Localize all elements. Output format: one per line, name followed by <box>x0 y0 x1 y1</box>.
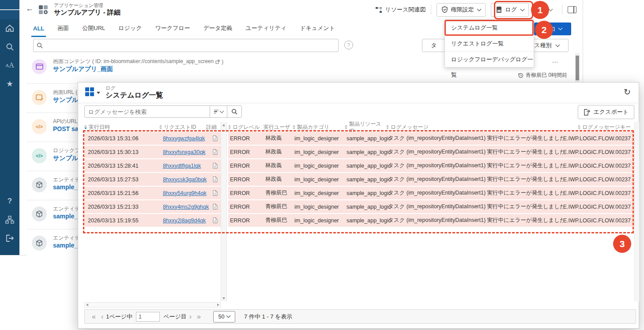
app-grid-icon[interactable] <box>85 87 94 96</box>
menu-item-request-log[interactable]: リクエストログ一覧 <box>445 35 534 51</box>
resource-search-box[interactable] <box>33 39 339 52</box>
chevron-down-icon <box>558 26 562 30</box>
dialog-breadcrumb: ログ <box>105 85 116 91</box>
resource-map-icon <box>375 7 382 13</box>
page-suffix-label: ページ目 <box>163 313 187 321</box>
tab-public-url[interactable]: 公開URL <box>82 19 105 37</box>
menu-icon[interactable] <box>0 0 19 19</box>
prev-page-button[interactable]: ‹ <box>101 313 103 321</box>
column-execution-user: 実行ユーザ <box>264 124 293 131</box>
export-button[interactable]: エクスポート <box>578 105 634 119</box>
last-page-button[interactable]: » <box>197 313 201 321</box>
annotation-dashed-log-rows <box>83 130 634 233</box>
font-size-icon[interactable]: AA <box>0 58 19 72</box>
first-page-button[interactable]: « <box>92 313 96 321</box>
chevron-down-icon <box>226 314 231 318</box>
sitemap-icon[interactable] <box>0 213 19 227</box>
pagination-bar: « ‹ 1ページ中 ページ目 › » 50 7 件中 1 - 7 を表示 <box>84 309 636 324</box>
entity-cube-icon <box>32 236 47 251</box>
global-sidebar: AA ★ ? <box>0 0 19 255</box>
annotation-box-system-log-item <box>444 20 534 36</box>
menu-item-logicflow-debug-log[interactable]: ロジックフローデバッグログ一覧 <box>445 51 534 67</box>
page-count-label: 1ページ中 <box>106 313 132 321</box>
screen-content-icon <box>32 59 47 74</box>
result-count-summary: 7 件中 1 - 7 を表示 <box>244 313 292 321</box>
tab-workflow[interactable]: ワークフロー <box>155 19 190 37</box>
resource-name-link[interactable]: サンプルアプリ_画面 <box>53 65 113 73</box>
refresh-icon[interactable]: ↻ <box>624 87 631 97</box>
favorites-star-icon[interactable]: ★ <box>0 77 19 91</box>
tab-all[interactable]: ALL <box>33 19 44 37</box>
column-log-message[interactable]: ログメッセージ <box>386 124 578 131</box>
table-horizontal-scrollbar[interactable] <box>84 302 221 308</box>
page-number-input[interactable] <box>136 312 160 322</box>
tab-data-definition[interactable]: データ定義 <box>203 19 233 37</box>
permission-settings-button[interactable]: 権限設定 <box>437 3 486 17</box>
chevron-down-icon[interactable] <box>549 7 553 11</box>
tab-document[interactable]: ドキュメント <box>300 19 335 37</box>
column-log-message-key[interactable]: ログメッセージキー <box>578 124 634 131</box>
filter-icon <box>214 109 218 115</box>
more-options-button[interactable]: … <box>552 56 559 64</box>
shield-icon <box>441 6 448 13</box>
dialog-title: システムログ一覧 <box>105 91 163 100</box>
chevron-down-icon <box>219 109 224 113</box>
screen: AA ★ ? ← アプリケーション管理 サンプルアプリ - 詳細 <box>0 0 644 330</box>
column-execution-datetime[interactable]: 実行日時 <box>84 124 159 131</box>
search-help-icon[interactable]: ? <box>344 41 353 49</box>
tag-filter-button[interactable]: タ <box>422 39 446 52</box>
chevron-down-icon <box>556 42 560 47</box>
tab-logic[interactable]: ロジック <box>118 19 142 37</box>
tab-screen[interactable]: 画面 <box>57 19 69 37</box>
history-clock-icon <box>518 73 523 78</box>
search-icon[interactable] <box>0 40 19 54</box>
entity-cube-icon <box>32 206 47 221</box>
logout-icon[interactable] <box>0 231 19 245</box>
search-submit-button[interactable] <box>227 105 242 118</box>
divider <box>562 5 562 15</box>
column-detail: 詳細 <box>206 124 217 131</box>
help-question-icon[interactable]: ? <box>0 194 19 208</box>
resource-type-label: 画面コンテンツ ( ID: im-bloommaker://contents/s… <box>53 58 223 65</box>
dialog-header: ログ システムログ一覧 ↻ <box>78 82 639 103</box>
application-management-icon <box>38 4 49 15</box>
annotation-step-3: 3 <box>613 235 631 253</box>
api-url-icon: </> <box>32 119 47 134</box>
search-icon <box>37 42 43 49</box>
side-panel-toggle-icon[interactable] <box>568 6 576 13</box>
breadcrumb: アプリケーション管理 <box>54 2 103 9</box>
log-message-search-input[interactable] <box>84 105 210 118</box>
next-page-button[interactable]: › <box>189 313 192 321</box>
tab-utility[interactable]: ユーティリティ <box>245 19 286 37</box>
page-title: サンプルアプリ - 詳細 <box>54 8 121 17</box>
page-size-select[interactable]: 50 <box>213 311 235 322</box>
screen-url-icon <box>32 90 47 105</box>
last-modified: 青柳辰巳 0時間前 <box>518 71 567 79</box>
annotation-step-1: 1 <box>531 1 549 19</box>
resource-map-button[interactable]: リソース関連図 <box>375 6 426 14</box>
dialog-vertical-scrollbar[interactable] <box>634 122 639 301</box>
divider <box>431 5 431 15</box>
annotation-step-2: 2 <box>535 21 553 39</box>
search-filter-button[interactable] <box>210 105 227 118</box>
column-log-level[interactable]: ログレベル <box>228 124 264 131</box>
annotation-box-log-button <box>494 1 533 19</box>
entity-cube-icon <box>32 177 47 192</box>
back-arrow-icon[interactable]: ← <box>26 4 34 13</box>
export-icon <box>584 109 590 116</box>
grid-caret-icon[interactable] <box>97 92 100 94</box>
logic-flow-icon: </> <box>32 148 47 163</box>
resource-search-input[interactable] <box>46 42 338 49</box>
home-icon[interactable] <box>0 21 19 35</box>
external-link-icon[interactable] <box>215 60 220 64</box>
chevron-down-icon <box>477 7 482 11</box>
column-request-id[interactable]: リクエストID <box>159 124 206 131</box>
column-product-category[interactable]: 製品カテゴリ <box>293 124 345 131</box>
